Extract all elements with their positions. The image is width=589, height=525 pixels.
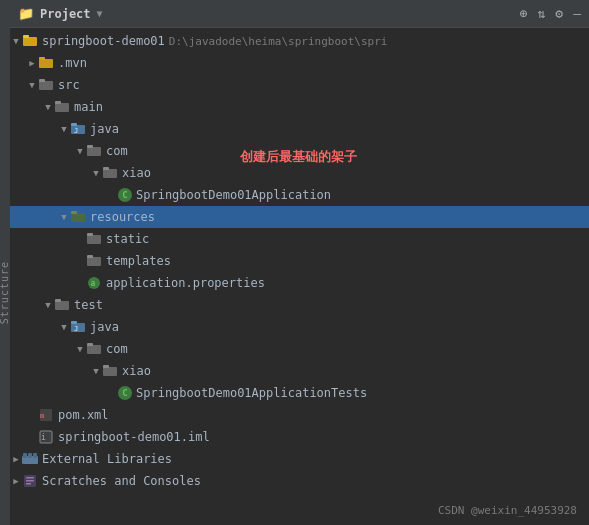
tree-item-resources[interactable]: resources <box>10 206 589 228</box>
settings-button[interactable]: ⚙ <box>555 6 563 21</box>
item-label-test-java: java <box>90 320 119 334</box>
tree-arrow-main[interactable] <box>42 102 54 112</box>
tree-item-ext-libs[interactable]: External Libraries <box>10 448 589 470</box>
svg-rect-11 <box>87 147 101 156</box>
svg-rect-28 <box>87 345 101 354</box>
xml-icon: m <box>38 407 54 423</box>
folder-plain-icon <box>86 341 102 357</box>
tree-arrow-scratches[interactable] <box>10 476 22 486</box>
tree-item-com[interactable]: com <box>10 140 589 162</box>
svg-rect-16 <box>71 211 77 214</box>
svg-rect-20 <box>87 255 93 258</box>
tree-item-app[interactable]: CSpringbootDemo01Application <box>10 184 589 206</box>
tree-item-xiao[interactable]: xiao <box>10 162 589 184</box>
class-icon: C <box>118 386 132 400</box>
tree-arrow-xiao[interactable] <box>90 168 102 178</box>
tree-item-root[interactable]: springboot-demo01D:\javadode\heima\sprin… <box>10 30 589 52</box>
tree-item-pom[interactable]: m pom.xml <box>10 404 589 426</box>
tree-arrow-test-java[interactable] <box>58 322 70 332</box>
item-label-root: springboot-demo01 <box>42 34 165 48</box>
tree-item-main[interactable]: main <box>10 96 589 118</box>
title-dropdown-arrow[interactable]: ▼ <box>97 8 103 19</box>
item-label-java: java <box>90 122 119 136</box>
tree-item-iml[interactable]: i springboot-demo01.iml <box>10 426 589 448</box>
svg-rect-19 <box>87 257 101 266</box>
minimize-button[interactable]: — <box>573 6 581 21</box>
svg-rect-37 <box>23 453 27 458</box>
iml-icon: i <box>38 429 54 445</box>
tree-item-templates[interactable]: templates <box>10 250 589 272</box>
svg-rect-30 <box>103 367 117 376</box>
file-tree[interactable]: springboot-demo01D:\javadode\heima\sprin… <box>10 28 589 525</box>
tree-item-java[interactable]: J java <box>10 118 589 140</box>
item-label-xiao: xiao <box>122 166 151 180</box>
item-label-resources: resources <box>90 210 155 224</box>
tree-item-scratches[interactable]: Scratches and Consoles <box>10 470 589 492</box>
svg-rect-29 <box>87 343 93 346</box>
scratch-icon <box>22 473 38 489</box>
tree-item-test-com[interactable]: com <box>10 338 589 360</box>
folder-plain-icon <box>86 231 102 247</box>
folder-plain-icon <box>102 363 118 379</box>
library-icon <box>22 451 38 467</box>
svg-rect-6 <box>55 103 69 112</box>
tree-arrow-resources[interactable] <box>58 212 70 222</box>
item-label-mvn: .mvn <box>58 56 87 70</box>
folder-plain-icon <box>54 297 70 313</box>
svg-rect-42 <box>26 480 34 482</box>
svg-text:m: m <box>40 412 44 420</box>
svg-rect-23 <box>55 301 69 310</box>
tree-item-test-java[interactable]: J java <box>10 316 589 338</box>
svg-rect-12 <box>87 145 93 148</box>
item-label-test-xiao: xiao <box>122 364 151 378</box>
svg-text:J: J <box>74 325 78 333</box>
folder-yellow-icon <box>38 55 54 71</box>
svg-text:J: J <box>74 127 78 135</box>
svg-rect-18 <box>87 233 93 236</box>
structure-panel: Structure <box>0 0 10 525</box>
tree-item-src[interactable]: src <box>10 74 589 96</box>
svg-rect-4 <box>39 81 53 90</box>
folder-plain-icon <box>54 99 70 115</box>
tree-arrow-test-com[interactable] <box>74 344 86 354</box>
item-path-root: D:\javadode\heima\springboot\spri <box>169 35 388 48</box>
svg-rect-2 <box>39 59 53 68</box>
svg-rect-7 <box>55 101 61 104</box>
tree-arrow-ext-libs[interactable] <box>10 454 22 464</box>
tree-arrow-test-xiao[interactable] <box>90 366 102 376</box>
svg-rect-1 <box>23 35 29 38</box>
folder-plain-icon <box>38 77 54 93</box>
item-label-com: com <box>106 144 128 158</box>
svg-rect-14 <box>103 167 109 170</box>
tree-arrow-test[interactable] <box>42 300 54 310</box>
title-actions: ⊕ ⇅ ⚙ — <box>520 6 581 21</box>
item-label-static: static <box>106 232 149 246</box>
tree-arrow-java[interactable] <box>58 124 70 134</box>
tree-arrow-src[interactable] <box>26 80 38 90</box>
item-label-test-com: com <box>106 342 128 356</box>
folder-blue-icon: J <box>70 121 86 137</box>
project-icon: 📁 <box>18 6 34 21</box>
tree-arrow-com[interactable] <box>74 146 86 156</box>
item-label-apptest: SpringbootDemo01ApplicationTests <box>136 386 367 400</box>
tree-item-mvn[interactable]: .mvn <box>10 52 589 74</box>
main-panel: 📁 Project ▼ ⊕ ⇅ ⚙ — springboot-demo01D:\… <box>10 0 589 525</box>
tree-item-test[interactable]: test <box>10 294 589 316</box>
svg-rect-17 <box>87 235 101 244</box>
add-button[interactable]: ⊕ <box>520 6 528 21</box>
svg-rect-15 <box>71 213 85 222</box>
tree-arrow-mvn[interactable] <box>26 58 38 68</box>
tree-item-test-xiao[interactable]: xiao <box>10 360 589 382</box>
tree-item-static[interactable]: static <box>10 228 589 250</box>
tree-item-appprops[interactable]: a application.properties <box>10 272 589 294</box>
panel-title: Project <box>40 7 91 21</box>
svg-rect-43 <box>26 483 31 485</box>
structure-label: Structure <box>0 261 10 324</box>
svg-text:a: a <box>91 279 96 288</box>
arrange-button[interactable]: ⇅ <box>538 6 546 21</box>
tree-arrow-root[interactable] <box>10 36 22 46</box>
item-label-iml: springboot-demo01.iml <box>58 430 210 444</box>
title-bar: 📁 Project ▼ ⊕ ⇅ ⚙ — <box>10 0 589 28</box>
item-label-app: SpringbootDemo01Application <box>136 188 331 202</box>
tree-item-apptest[interactable]: CSpringbootDemo01ApplicationTests <box>10 382 589 404</box>
